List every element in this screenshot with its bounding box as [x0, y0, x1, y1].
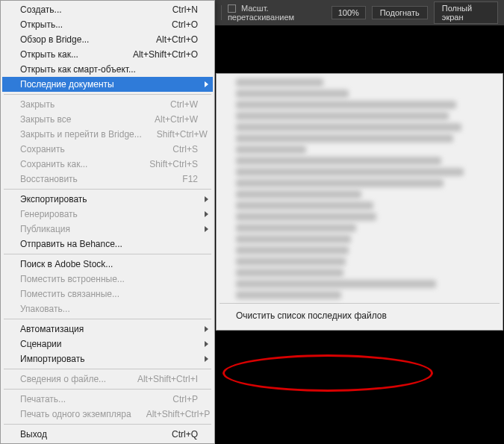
menu-export[interactable]: Экспортировать — [2, 192, 213, 207]
menu-shortcut: Ctrl+O — [172, 19, 198, 30]
menu-open-smart[interactable]: Открыть как смарт-объект... — [2, 62, 213, 77]
menu-shortcut: Ctrl+N — [172, 4, 198, 15]
menu-label: Обзор в Bridge... — [20, 34, 89, 45]
menu-label: Импортировать — [20, 354, 84, 364]
menu-label: Открыть как смарт-объект... — [20, 64, 136, 75]
menu-shortcut: Ctrl+P — [172, 394, 198, 404]
checkbox-icon — [228, 4, 236, 13]
menu-close[interactable]: Закрыть Ctrl+W — [2, 97, 213, 112]
menu-label: Сохранить — [20, 144, 65, 154]
menu-shortcut: Ctrl+S — [172, 144, 198, 154]
recent-file-item[interactable] — [218, 88, 501, 99]
recent-file-item[interactable] — [218, 144, 501, 155]
menu-browse-bridge[interactable]: Обзор в Bridge... Alt+Ctrl+O — [2, 32, 213, 47]
zoom-drag-option[interactable]: Масшт. перетаскиванием — [228, 4, 326, 22]
menu-separator — [4, 319, 211, 319]
menu-shortcut: Alt+Ctrl+W — [155, 114, 198, 125]
menu-shortcut: Ctrl+W — [170, 99, 198, 110]
recent-file-item[interactable] — [218, 267, 501, 278]
recent-file-item[interactable] — [218, 77, 501, 88]
menu-close-all[interactable]: Закрыть все Alt+Ctrl+W — [2, 112, 213, 127]
recent-file-item[interactable] — [218, 234, 501, 245]
menu-separator — [4, 94, 211, 95]
menu-open-as[interactable]: Открыть как... Alt+Shift+Ctrl+O — [2, 47, 213, 62]
menu-separator — [4, 189, 211, 190]
menu-import[interactable]: Импортировать — [2, 351, 213, 366]
menu-recent-documents[interactable]: Последние документы — [2, 77, 213, 92]
menu-place-embedded[interactable]: Поместить встроенные... — [2, 272, 213, 287]
menu-shortcut: Alt+Shift+Ctrl+P — [146, 409, 211, 419]
menu-label: Печать одного экземпляра — [20, 409, 131, 419]
menu-label: Сценарии — [20, 339, 61, 349]
menu-separator — [4, 389, 211, 390]
menu-separator — [220, 303, 500, 304]
submenu-arrow-icon — [205, 196, 208, 202]
menu-label: Поиск в Adobe Stock... — [20, 259, 113, 269]
recent-file-item[interactable] — [218, 200, 501, 211]
menu-separator — [4, 254, 211, 254]
menu-open[interactable]: Открыть... Ctrl+O — [2, 17, 213, 32]
menu-close-bridge[interactable]: Закрыть и перейти в Bridge... Shift+Ctrl… — [2, 127, 213, 142]
recent-file-item[interactable] — [218, 211, 501, 222]
fullscreen-button[interactable]: Полный экран — [434, 1, 498, 24]
recent-file-item[interactable] — [218, 256, 501, 267]
menu-label: Закрыть и перейти в Bridge... — [20, 129, 142, 140]
menu-print[interactable]: Печатать... Ctrl+P — [2, 392, 213, 407]
recent-file-item[interactable] — [218, 189, 501, 200]
menu-label: Сохранить как... — [20, 159, 87, 169]
menu-label: Публикация — [20, 224, 70, 234]
menu-label: Создать... — [20, 4, 62, 15]
menu-shortcut: Ctrl+Q — [172, 429, 198, 440]
recent-file-item[interactable] — [218, 290, 501, 301]
submenu-arrow-icon — [205, 226, 208, 232]
fit-button[interactable]: Подогнать — [372, 6, 428, 19]
clear-recent-files[interactable]: Очистить список последних файлов — [218, 306, 501, 325]
menu-save-as[interactable]: Сохранить как... Shift+Ctrl+S — [2, 157, 213, 172]
menu-label: Генерировать — [20, 209, 78, 219]
menu-package[interactable]: Упаковать... — [2, 301, 213, 316]
menu-revert[interactable]: Восстановить F12 — [2, 172, 213, 187]
submenu-arrow-icon — [205, 341, 208, 347]
menu-search-stock[interactable]: Поиск в Adobe Stock... — [2, 257, 213, 272]
recent-file-item[interactable] — [218, 278, 501, 290]
menu-publish[interactable]: Публикация — [2, 222, 213, 237]
menu-file-info[interactable]: Сведения о файле... Alt+Shift+Ctrl+I — [2, 372, 213, 387]
menu-exit[interactable]: Выход Ctrl+Q — [2, 427, 213, 442]
menu-separator — [4, 424, 211, 425]
menu-place-linked[interactable]: Поместить связанные... — [2, 287, 213, 301]
options-bar: Масшт. перетаскиванием 100% Подогнать По… — [215, 0, 504, 25]
menu-label: Открыть... — [20, 19, 63, 30]
menu-share-behance[interactable]: Отправить на Behance... — [2, 237, 213, 251]
menu-label: Закрыть — [20, 99, 55, 110]
recent-file-item[interactable] — [218, 222, 501, 234]
zoom-value-field[interactable]: 100% — [332, 6, 366, 19]
menu-generate[interactable]: Генерировать — [2, 207, 213, 222]
recent-file-item[interactable] — [218, 178, 501, 189]
menu-label: Печатать... — [20, 394, 66, 404]
menu-label: Открыть как... — [20, 49, 78, 60]
recent-file-item[interactable] — [218, 245, 501, 256]
menu-scripts[interactable]: Сценарии — [2, 337, 213, 351]
clear-recent-label: Очистить список последних файлов — [236, 310, 387, 321]
recent-file-item[interactable] — [218, 122, 501, 133]
zoom-drag-label: Масшт. перетаскиванием — [228, 4, 294, 22]
menu-label: Отправить на Behance... — [20, 239, 122, 249]
menu-shortcut: Alt+Shift+Ctrl+O — [133, 49, 198, 60]
submenu-arrow-icon — [205, 81, 208, 87]
menu-automate[interactable]: Автоматизация — [2, 322, 213, 337]
menu-label: Восстановить — [20, 174, 78, 184]
menu-label: Поместить связанные... — [20, 289, 119, 299]
recent-file-item[interactable] — [218, 155, 501, 166]
menu-label: Сведения о файле... — [20, 374, 106, 384]
recent-file-item[interactable] — [218, 166, 501, 178]
menu-save[interactable]: Сохранить Ctrl+S — [2, 142, 213, 157]
menu-print-one[interactable]: Печать одного экземпляра Alt+Shift+Ctrl+… — [2, 407, 213, 422]
recent-file-item[interactable] — [218, 99, 501, 110]
menu-create[interactable]: Создать... Ctrl+N — [2, 2, 213, 17]
recent-file-item[interactable] — [218, 133, 501, 144]
recent-file-item[interactable] — [218, 110, 501, 122]
submenu-arrow-icon — [205, 211, 208, 217]
separator — [221, 5, 222, 20]
menu-label: Закрыть все — [20, 114, 71, 125]
menu-label: Упаковать... — [20, 304, 70, 314]
